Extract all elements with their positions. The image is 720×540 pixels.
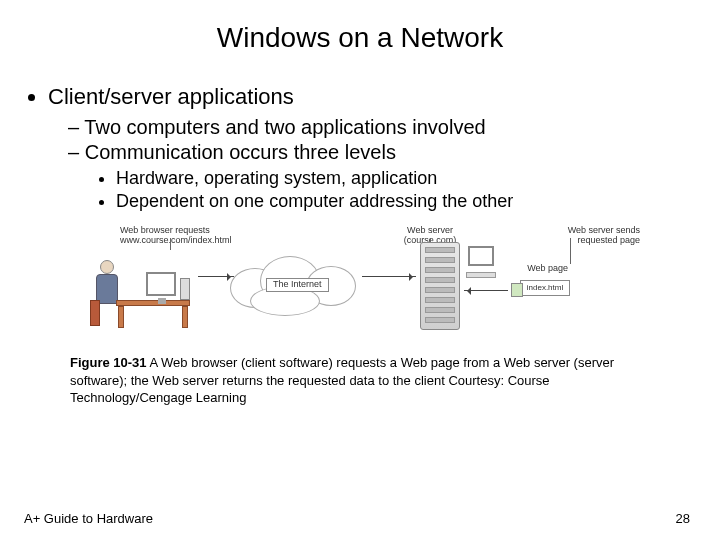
server-keyboard-icon	[466, 272, 496, 278]
bullet-l3b: Dependent on one computer addressing the…	[116, 191, 690, 212]
arrow-icon	[464, 290, 508, 291]
figure-caption: Figure 10-31 A Web browser (client softw…	[70, 354, 650, 407]
bullet-l2b-text: Communication occurs three levels	[85, 141, 396, 163]
label-server-sends: Web server sends requested page	[550, 226, 640, 246]
bullet-l3b-text: Dependent on one computer addressing the…	[116, 191, 513, 211]
bullet-list: Client/server applications Two computers…	[48, 84, 690, 212]
monitor-icon	[146, 272, 176, 296]
leader-line-icon	[570, 238, 571, 264]
leader-line-icon	[170, 238, 171, 250]
arrow-icon	[362, 276, 416, 277]
bullet-l2a: Two computers and two applications invol…	[68, 116, 690, 139]
desk-leg-icon	[182, 306, 188, 328]
label-web-page: Web page	[527, 264, 568, 274]
server-monitor-icon	[468, 246, 494, 266]
desk-icon	[116, 300, 190, 306]
file-box: index.html	[520, 280, 570, 296]
client-computer-icon	[90, 250, 200, 330]
chair-icon	[90, 300, 100, 326]
label-internet: The Internet	[266, 278, 329, 292]
bullet-l1: Client/server applications Two computers…	[48, 84, 690, 212]
bullet-subsublist: Hardware, operating system, application …	[116, 168, 690, 212]
bullet-l2b: Communication occurs three levels Hardwa…	[68, 141, 690, 212]
figure-number: Figure 10-31	[70, 355, 147, 370]
arrow-icon	[198, 276, 234, 277]
bullet-l3a: Hardware, operating system, application	[116, 168, 690, 189]
person-head-icon	[100, 260, 114, 274]
server-tower-icon	[420, 242, 460, 330]
desk-leg-icon	[118, 306, 124, 328]
figure-diagram: Web browser requests www.course.com/inde…	[80, 226, 640, 336]
bullet-sublist: Two computers and two applications invol…	[68, 116, 690, 212]
pc-tower-icon	[180, 278, 190, 300]
footer-book-title: A+ Guide to Hardware	[24, 511, 153, 526]
bullet-l3a-text: Hardware, operating system, application	[116, 168, 437, 188]
figure-caption-text: A Web browser (client software) requests…	[70, 355, 614, 405]
slide-title: Windows on a Network	[30, 22, 690, 54]
bullet-l1-text: Client/server applications	[48, 84, 294, 109]
bullet-l2a-text: Two computers and two applications invol…	[84, 116, 485, 138]
footer-page-number: 28	[676, 511, 690, 526]
label-browser-request: Web browser requests www.course.com/inde…	[120, 226, 240, 246]
